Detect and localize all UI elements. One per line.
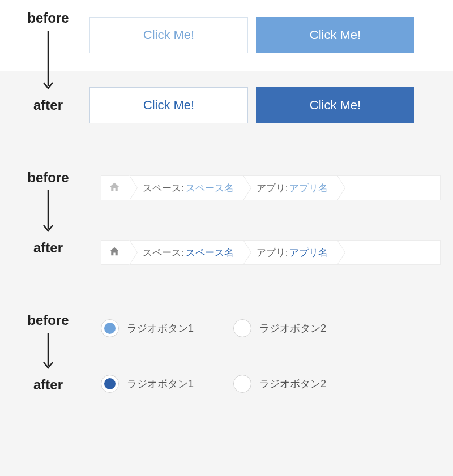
label-before: before: [17, 312, 79, 328]
button-filled-after[interactable]: Click Me!: [256, 87, 414, 123]
breadcrumb-home[interactable]: [101, 176, 130, 200]
button-outline-after[interactable]: Click Me!: [89, 87, 248, 123]
radio-circle-icon: [101, 375, 119, 393]
button-label: Click Me!: [143, 98, 194, 113]
section-buttons: before after Click Me! Click Me! Click M…: [0, 0, 453, 147]
label-after: after: [17, 377, 79, 393]
label-before: before: [17, 170, 79, 186]
radio-label: ラジオボタン1: [127, 377, 194, 391]
breadcrumb-space-label: スペース:: [143, 182, 184, 195]
breadcrumb-app-link[interactable]: アプリ名: [289, 246, 328, 259]
breadcrumb-space-link[interactable]: スペース名: [186, 246, 234, 259]
breadcrumb-app-link[interactable]: アプリ名: [289, 182, 328, 195]
breadcrumb-home[interactable]: [101, 241, 130, 264]
button-label: Click Me!: [143, 28, 194, 42]
button-outline-before[interactable]: Click Me!: [89, 17, 248, 53]
radio-label: ラジオボタン1: [127, 321, 194, 335]
radio-row-after: ラジオボタン1 ラジオボタン2: [101, 372, 453, 395]
radio-circle-icon: [101, 319, 119, 337]
section-radios: before after ラジオボタン1 ラジオボタン2 ラジオボタン1 ラジオ…: [0, 294, 453, 441]
home-icon: [109, 246, 120, 259]
breadcrumb-app-label: アプリ:: [257, 182, 288, 195]
arrow-down-icon: [17, 31, 79, 93]
breadcrumb-app-label: アプリ:: [257, 246, 288, 259]
section-breadcrumbs: before after スペース: スペース名 アプリ: アプリ名: [0, 147, 453, 294]
button-label: Click Me!: [310, 98, 361, 113]
arrow-down-icon: [17, 333, 79, 372]
radio-circle-icon: [233, 319, 251, 337]
breadcrumb-before: スペース: スペース名 アプリ: アプリ名: [101, 175, 441, 200]
breadcrumb-space-link[interactable]: スペース名: [186, 182, 234, 195]
button-label: Click Me!: [310, 28, 361, 42]
breadcrumb-space[interactable]: スペース: スペース名: [130, 241, 244, 264]
label-after: after: [17, 240, 79, 256]
breadcrumb-app[interactable]: アプリ: アプリ名: [244, 241, 339, 264]
breadcrumb-space-label: スペース:: [143, 246, 184, 259]
radio-label: ラジオボタン2: [259, 321, 326, 335]
breadcrumb-after: スペース: スペース名 アプリ: アプリ名: [101, 240, 441, 265]
radio-option-2[interactable]: ラジオボタン2: [233, 319, 326, 337]
arrow-down-icon: [17, 190, 79, 235]
breadcrumb-app[interactable]: アプリ: アプリ名: [244, 176, 339, 200]
home-icon: [109, 182, 120, 195]
radio-option-1[interactable]: ラジオボタン1: [101, 375, 194, 393]
radio-row-before: ラジオボタン1 ラジオボタン2: [101, 317, 453, 340]
breadcrumb-space[interactable]: スペース: スペース名: [130, 176, 244, 200]
radio-circle-icon: [233, 375, 251, 393]
radio-label: ラジオボタン2: [259, 377, 326, 391]
radio-option-1[interactable]: ラジオボタン1: [101, 319, 194, 337]
label-before: before: [17, 10, 79, 26]
button-filled-before[interactable]: Click Me!: [256, 17, 414, 53]
radio-option-2[interactable]: ラジオボタン2: [233, 375, 326, 393]
label-after: after: [17, 97, 79, 113]
